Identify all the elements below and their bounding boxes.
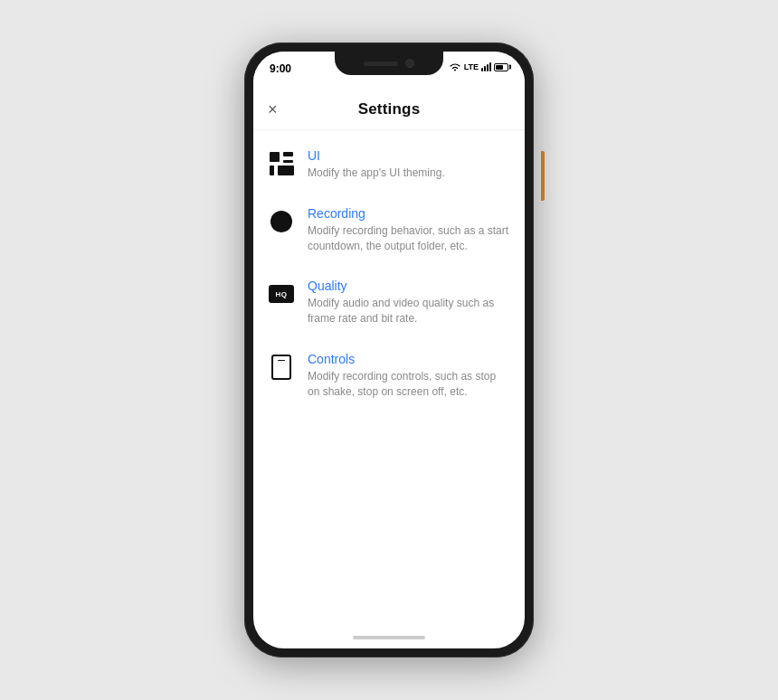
home-bar: [353, 636, 425, 639]
svg-rect-2: [270, 166, 274, 175]
svg-rect-4: [283, 160, 293, 163]
svg-rect-1: [283, 152, 293, 156]
quality-item-title: Quality: [308, 279, 510, 293]
status-bar: 9:00 LTE: [253, 52, 525, 91]
ui-item-title: UI: [308, 148, 510, 163]
lte-label: LTE: [464, 62, 479, 71]
recording-item-title: Recording: [308, 206, 510, 221]
svg-rect-0: [270, 152, 280, 162]
settings-item-controls[interactable]: Controls Modify recording controls, such…: [253, 339, 525, 412]
recording-icon: [268, 208, 295, 235]
controls-item-desc: Modify recording controls, such as stop …: [308, 369, 510, 400]
page-title: Settings: [358, 100, 421, 118]
svg-rect-3: [278, 166, 294, 175]
ui-item-text: UI Modify the app's UI theming.: [308, 148, 510, 181]
recording-item-text: Recording Modify recording behavior, suc…: [308, 206, 510, 254]
battery-icon: [494, 63, 508, 71]
status-icons: LTE: [449, 62, 508, 71]
settings-item-quality[interactable]: HQ Quality Modify audio and video qualit…: [253, 266, 525, 339]
settings-item-recording[interactable]: Recording Modify recording behavior, suc…: [253, 194, 525, 267]
quality-item-desc: Modify audio and video quality such as f…: [308, 296, 510, 326]
top-bar: × Settings: [253, 91, 525, 130]
phone-frame: 9:00 LTE: [244, 43, 534, 657]
phone-screen: 9:00 LTE: [253, 52, 525, 648]
camera: [405, 59, 414, 68]
ui-item-desc: Modify the app's UI theming.: [308, 166, 510, 181]
controls-icon: [268, 354, 295, 381]
status-time: 9:00: [270, 62, 291, 75]
quality-icon: HQ: [268, 280, 295, 307]
side-button: [541, 151, 545, 201]
ui-icon: [268, 150, 295, 177]
settings-list: UI Modify the app's UI theming. Recordin…: [253, 130, 525, 418]
notch: [335, 52, 443, 75]
settings-item-ui[interactable]: UI Modify the app's UI theming.: [253, 136, 525, 194]
recording-item-desc: Modify recording behavior, such as a sta…: [308, 223, 510, 254]
quality-item-text: Quality Modify audio and video quality s…: [308, 279, 510, 326]
signal-icon: [481, 62, 491, 71]
wifi-icon: [449, 62, 461, 71]
screen-content: × Settings: [253, 91, 525, 648]
close-button[interactable]: ×: [268, 101, 278, 118]
controls-item-text: Controls Modify recording controls, such…: [308, 352, 510, 400]
controls-item-title: Controls: [308, 352, 510, 366]
speaker: [364, 61, 398, 66]
